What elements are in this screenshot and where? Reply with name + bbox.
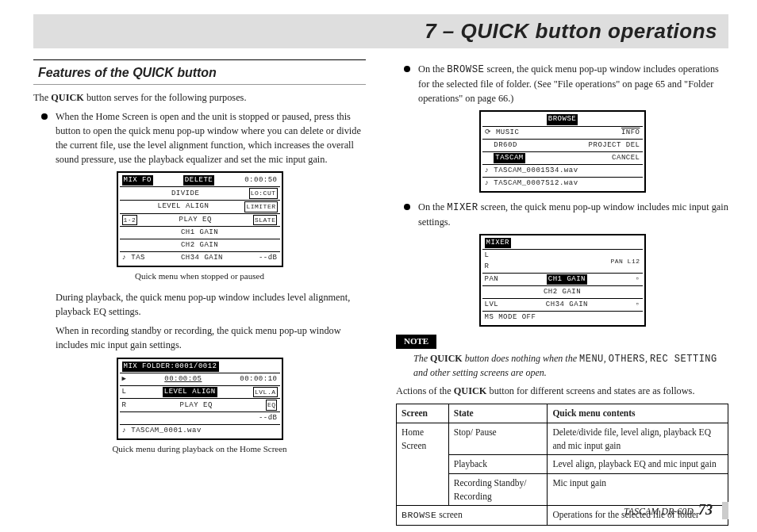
th-state: State xyxy=(448,404,548,423)
page-number: 73 xyxy=(698,502,713,519)
bullet-text: When the Home Screen is open and the uni… xyxy=(56,110,366,166)
cell-state: Stop/ Pause xyxy=(448,423,548,454)
left-column: Features of the QUICK button The QUICK b… xyxy=(33,59,366,526)
page-footer: TASCAM DR-60D 73 xyxy=(624,502,728,519)
bullet-dot-icon xyxy=(404,204,410,210)
section-heading: Features of the QUICK button xyxy=(33,59,366,85)
paragraph-recording: When in recording standby or recording, … xyxy=(56,324,366,353)
chapter-header: 7 – QUICK button operations xyxy=(33,14,728,48)
paragraph-playback: During playback, the quick menu pop-up w… xyxy=(56,291,366,320)
cell-state: Recording Standby/ Recording xyxy=(448,473,548,505)
lcd-diagram-browse: BROWSE ⟳ MUSICINFO DR60DPROJECT DEL TASC… xyxy=(479,110,646,192)
cell-screen-browse: BROWSE screen xyxy=(397,506,548,526)
th-screen: Screen xyxy=(397,404,449,423)
cell-contents: Mic input gain xyxy=(548,473,728,505)
cell-contents: Level align, playback EQ and mic input g… xyxy=(548,455,728,474)
caption-diagram1: Quick menu when stopped or paused xyxy=(33,270,366,283)
bullet-dot-icon xyxy=(41,113,48,120)
bullet-home-screen: When the Home Screen is open and the uni… xyxy=(41,110,366,166)
note-body: The QUICK button does nothing when the M… xyxy=(413,352,728,381)
table-row: Home Screen Stop/ Pause Delete/divide fi… xyxy=(397,423,728,454)
chapter-title: 7 – QUICK button operations xyxy=(425,19,717,43)
th-contents: Quick menu contents xyxy=(548,404,728,423)
footer-model: TASCAM DR-60D xyxy=(624,506,694,518)
bullet-browse: On the BROWSE screen, the quick menu pop… xyxy=(404,63,728,105)
caption-diagram2: Quick menu during playback on the Home S… xyxy=(33,443,366,456)
lcd-diagram-stopped: MIX FODELETE0:00:50 DIVIDELO:CUT LEVEL A… xyxy=(117,171,283,267)
cell-state: Playback xyxy=(448,455,548,474)
right-column: On the BROWSE screen, the quick menu pop… xyxy=(396,59,728,526)
lcd-diagram-playback: MIX FOLDER:0001/0012 ▶00:00:0500:00:10 L… xyxy=(117,358,283,440)
intro-paragraph: The QUICK button serves for the followin… xyxy=(33,91,366,105)
note-label: NOTE xyxy=(396,335,436,349)
bullet-dot-icon xyxy=(404,66,410,72)
actions-intro: Actions of the QUICK button for differen… xyxy=(396,385,728,399)
lcd-diagram-mixer: MIXER LRPAN L12 PANCH1 GAIN▫ CH2 GAIN LV… xyxy=(479,234,646,326)
table-header-row: Screen State Quick menu contents xyxy=(397,404,728,423)
cell-screen-home: Home Screen xyxy=(397,423,449,505)
bullet-mixer: On the MIXER screen, the quick menu pop-… xyxy=(404,201,728,230)
footer-decoration xyxy=(722,502,728,519)
cell-contents: Delete/divide file, level align, playbac… xyxy=(548,423,728,454)
